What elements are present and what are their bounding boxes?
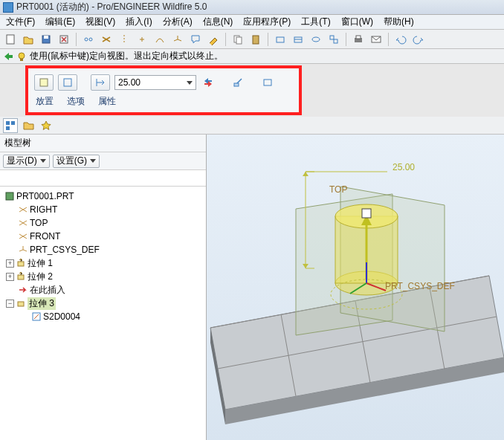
model-tree[interactable]: PRT0001.PRT RIGHT TOP FRONT PRT_CSYS_DEF… <box>0 187 206 440</box>
expand-icon[interactable]: + <box>6 259 14 268</box>
tree-insert-here[interactable]: 在此插入 <box>1 283 204 297</box>
menu-edit[interactable]: 编辑(E) <box>42 14 78 30</box>
tree-show-dropdown[interactable]: 显示(D) <box>3 155 50 168</box>
view2-icon[interactable] <box>291 32 306 47</box>
svg-rect-18 <box>40 79 48 86</box>
node-label: PRT0001.PRT <box>16 191 74 201</box>
svg-rect-24 <box>6 126 10 130</box>
datum-curve-icon[interactable] <box>152 32 167 47</box>
menu-view[interactable]: 视图(V) <box>83 14 118 30</box>
svg-rect-17 <box>20 59 23 61</box>
sketch-tools-icon[interactable] <box>81 32 96 47</box>
thicken-icon[interactable] <box>260 75 275 90</box>
tree-datum-front[interactable]: FRONT <box>1 230 204 243</box>
tree-datum-right[interactable]: RIGHT <box>1 203 204 216</box>
new-icon[interactable] <box>3 32 18 47</box>
datum-axis-icon[interactable] <box>117 32 132 47</box>
menu-help[interactable]: 帮助(H) <box>381 14 417 30</box>
node-label: PRT_CSYS_DEF <box>30 245 100 255</box>
model-tree-tab-icon[interactable] <box>3 118 18 133</box>
coord-sys-icon[interactable] <box>170 32 185 47</box>
tree-root[interactable]: PRT0001.PRT <box>1 190 204 203</box>
depth-blind-icon[interactable] <box>91 74 110 91</box>
tree-settings-dropdown[interactable]: 设置(G) <box>53 155 100 168</box>
print-icon[interactable] <box>351 32 366 47</box>
depth-input[interactable]: 25.00 <box>114 75 196 90</box>
svg-rect-14 <box>356 36 361 39</box>
node-label: 拉伸 3 <box>28 297 56 310</box>
svg-rect-25 <box>6 192 13 200</box>
tree-extrude3[interactable]: − 拉伸 3 <box>1 297 204 310</box>
extrude-surface-icon[interactable] <box>58 74 77 91</box>
collapse-icon[interactable]: − <box>6 300 14 308</box>
node-label: S2D0004 <box>43 311 80 322</box>
datum-point-icon[interactable] <box>135 32 149 47</box>
open-icon[interactable] <box>21 32 36 47</box>
top-label: TOP <box>329 184 347 195</box>
bulb-icon <box>16 51 27 62</box>
app-icon <box>3 2 13 13</box>
menu-analysis[interactable]: 分析(A) <box>160 14 196 30</box>
nav-tabs <box>0 117 504 135</box>
menu-app[interactable]: 应用程序(P) <box>240 14 294 30</box>
chevron-down-icon <box>40 159 46 163</box>
menu-tools[interactable]: 工具(T) <box>298 14 333 30</box>
menu-info[interactable]: 信息(N) <box>200 14 236 30</box>
save-icon[interactable] <box>39 32 54 47</box>
dropdown-arrow-icon[interactable] <box>187 81 193 85</box>
extrude-solid-icon[interactable] <box>34 74 54 91</box>
annotation-icon[interactable] <box>188 32 203 47</box>
tree-sketch[interactable]: S2D0004 <box>1 310 204 323</box>
plane-icon <box>18 218 28 228</box>
tree-datum-top[interactable]: TOP <box>1 216 204 230</box>
redo-icon[interactable] <box>411 32 426 47</box>
separator <box>388 33 389 46</box>
tree-extrude1[interactable]: + 拉伸 1 <box>1 256 204 270</box>
svg-rect-21 <box>264 80 271 85</box>
sketch-icon[interactable] <box>206 32 221 47</box>
menu-file[interactable]: 文件(F) <box>3 14 38 30</box>
folder-tab-icon[interactable] <box>21 118 36 133</box>
model-view: 25.00 TOP PRT_CSYS_DEF <box>207 135 504 440</box>
favorites-tab-icon[interactable] <box>39 118 54 133</box>
flip-direction-icon[interactable] <box>201 75 216 90</box>
close-icon[interactable] <box>56 32 71 47</box>
datum-plane-icon[interactable] <box>99 32 114 47</box>
tab-options[interactable]: 选项 <box>67 95 85 108</box>
copy-icon[interactable] <box>230 32 245 47</box>
svg-point-5 <box>89 38 92 41</box>
graphics-viewport[interactable]: 25.00 TOP PRT_CSYS_DEF <box>207 135 504 440</box>
sketch-node-icon <box>31 311 42 322</box>
node-label: FRONT <box>30 231 60 242</box>
email-icon[interactable] <box>369 32 384 47</box>
hint-bar: 使用(鼠标中键)定向视图。退出定向模式以终止。 <box>0 49 504 64</box>
depth-value: 25.00 <box>118 77 187 88</box>
window-title: PRT0001 (活动的) - Pro/ENGINEER Wildfire 5.… <box>16 1 207 13</box>
tab-properties[interactable]: 属性 <box>98 95 116 108</box>
separator <box>225 33 226 46</box>
expand-icon[interactable]: + <box>6 273 14 281</box>
part-icon <box>4 191 15 201</box>
menu-bar: 文件(F) 编辑(E) 视图(V) 插入(I) 分析(A) 信息(N) 应用程序… <box>0 15 504 30</box>
view1-icon[interactable] <box>273 32 288 47</box>
menu-insert[interactable]: 插入(I) <box>123 14 155 30</box>
title-bar: PRT0001 (活动的) - Pro/ENGINEER Wildfire 5.… <box>0 0 504 15</box>
tree-settings-label: 设置(G) <box>56 155 87 167</box>
paste-icon[interactable] <box>248 32 263 47</box>
remove-material-icon[interactable] <box>230 75 245 90</box>
arrow-icon <box>3 51 13 62</box>
svg-point-16 <box>19 53 25 59</box>
menu-window[interactable]: 窗口(W) <box>338 14 376 30</box>
svg-rect-28 <box>18 302 24 306</box>
node-label: 拉伸 1 <box>28 257 53 270</box>
extrude-active-icon <box>16 298 26 308</box>
tree-csys[interactable]: PRT_CSYS_DEF <box>1 243 204 256</box>
tree-extrude2[interactable]: + 拉伸 2 <box>1 270 204 283</box>
view4-icon[interactable] <box>326 32 341 47</box>
separator <box>76 33 77 46</box>
view3-icon[interactable] <box>308 32 323 47</box>
main-area: 模型树 显示(D) 设置(G) PRT0001.PRT RIGHT TOP FR… <box>0 135 504 440</box>
tab-placement[interactable]: 放置 <box>36 95 54 108</box>
node-label: TOP <box>30 218 48 228</box>
undo-icon[interactable] <box>393 32 408 47</box>
